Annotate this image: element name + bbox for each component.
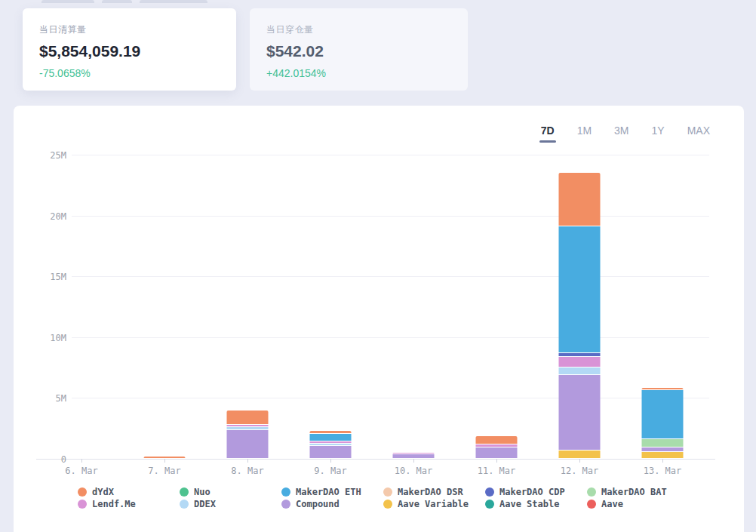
bar-segment-ddex[interactable] xyxy=(310,444,352,445)
bar-segment-compound[interactable] xyxy=(310,446,352,458)
legend-dot-icon xyxy=(180,500,189,509)
stacked-bar-11-mar[interactable] xyxy=(476,436,518,458)
x-axis-tick-mark xyxy=(413,459,414,463)
stat-value: $5,854,059.19 xyxy=(39,42,220,60)
stacked-bar-8-mar[interactable] xyxy=(227,411,269,458)
legend-item-aave-variable[interactable]: Aave Variable xyxy=(383,499,485,509)
legend-item-lendf-me[interactable]: Lendf.Me xyxy=(78,499,180,509)
bar-segment-lendf-me[interactable] xyxy=(559,357,601,367)
bar-segment-dydx[interactable] xyxy=(642,388,684,389)
bar-segment-compound[interactable] xyxy=(476,447,518,458)
gridline-10M xyxy=(72,337,709,338)
legend-label: Nuo xyxy=(194,487,211,497)
legend-label: Compound xyxy=(296,499,340,509)
stacked-bar-9-mar[interactable] xyxy=(310,431,352,458)
legend-item-makerdao-bat[interactable]: MakerDAO BAT xyxy=(587,487,689,497)
range-tab-3m[interactable]: 3M xyxy=(614,125,628,143)
gridline-20M xyxy=(72,216,709,217)
legend-dot-icon xyxy=(180,487,189,497)
legend-label: DDEX xyxy=(194,499,216,509)
bar-segment-compound[interactable] xyxy=(227,430,269,458)
legend-item-dydx[interactable]: dYdX xyxy=(78,487,180,497)
bar-segment-dydx[interactable] xyxy=(144,457,186,458)
legend-dot-icon xyxy=(281,500,290,509)
y-axis-tick-label: 0 xyxy=(17,454,66,465)
chart-legend: dYdXNuoMakerDAO ETHMakerDAO DSRMakerDAO … xyxy=(78,487,689,509)
bar-segment-lendf-me[interactable] xyxy=(310,441,352,443)
legend-label: dYdX xyxy=(92,487,114,497)
legend-item-makerdao-eth[interactable]: MakerDAO ETH xyxy=(281,487,383,497)
stat-card-shortfall: 当日穿仓量 $542.02 +442.0154% xyxy=(250,8,468,91)
bar-segment-makerdao-cdp[interactable] xyxy=(559,353,601,356)
x-axis-tick-label: 11. Mar xyxy=(478,466,516,476)
x-axis-tick-label: 9. Mar xyxy=(314,466,346,476)
clipped-page-header xyxy=(41,0,238,3)
legend-label: MakerDAO ETH xyxy=(296,487,361,497)
legend-item-nuo[interactable]: Nuo xyxy=(180,487,281,497)
legend-label: MakerDAO CDP xyxy=(499,487,565,497)
legend-dot-icon xyxy=(78,500,87,509)
legend-item-ddex[interactable]: DDEX xyxy=(180,499,281,509)
time-range-tabs: 7D1M3M1YMAX xyxy=(541,125,710,143)
stacked-bar-12-mar[interactable] xyxy=(559,173,601,458)
bar-segment-dydx[interactable] xyxy=(310,431,352,433)
x-axis-tick-label: 6. Mar xyxy=(65,466,97,476)
stat-title: 当日清算量 xyxy=(39,23,220,36)
bar-segment-aave-variable[interactable] xyxy=(642,452,684,458)
stat-change: -75.0658% xyxy=(39,67,220,79)
bar-segment-makerdao-eth[interactable] xyxy=(559,226,601,352)
y-axis-tick-label: 10M xyxy=(17,333,66,343)
bar-segment-compound[interactable] xyxy=(393,454,435,458)
x-axis-tick-label: 13. Mar xyxy=(644,466,682,476)
gridline-5M xyxy=(72,398,709,398)
legend-label: MakerDAO DSR xyxy=(398,487,463,497)
bar-segment-aave-variable[interactable] xyxy=(559,451,601,458)
legend-item-makerdao-cdp[interactable]: MakerDAO CDP xyxy=(485,487,587,497)
legend-dot-icon xyxy=(587,500,596,509)
stat-change: +442.0154% xyxy=(266,67,451,79)
bar-segment-dydx[interactable] xyxy=(476,436,518,444)
bar-segment-compound[interactable] xyxy=(642,447,684,451)
y-axis-tick-label: 20M xyxy=(17,211,66,222)
range-tab-max[interactable]: MAX xyxy=(687,125,710,143)
x-axis-tick-label: 8. Mar xyxy=(231,466,263,476)
gridline-15M xyxy=(72,276,709,277)
x-axis-tick-label: 7. Mar xyxy=(148,466,180,476)
legend-dot-icon xyxy=(485,487,494,497)
bar-segment-dydx[interactable] xyxy=(227,411,269,424)
legend-item-makerdao-dsr[interactable]: MakerDAO DSR xyxy=(383,487,485,497)
bar-segment-dydx[interactable] xyxy=(559,173,601,226)
x-axis-tick-mark xyxy=(164,459,165,463)
bar-segment-makerdao-eth[interactable] xyxy=(642,390,684,438)
range-tab-1y[interactable]: 1Y xyxy=(652,125,665,143)
bar-segment-lendf-me[interactable] xyxy=(393,453,435,454)
legend-dot-icon xyxy=(383,500,392,509)
legend-item-compound[interactable]: Compound xyxy=(281,499,383,509)
bar-segment-lendf-me[interactable] xyxy=(227,425,269,426)
legend-dot-icon xyxy=(383,487,392,497)
legend-label: MakerDAO BAT xyxy=(601,487,667,497)
legend-dot-icon xyxy=(485,500,494,509)
legend-dot-icon xyxy=(587,487,596,497)
legend-label: Aave xyxy=(601,499,623,509)
y-axis-tick-label: 5M xyxy=(17,393,66,404)
stacked-bar-10-mar[interactable] xyxy=(393,453,435,458)
x-axis-tick-label: 12. Mar xyxy=(561,466,599,476)
bar-segment-makerdao-eth[interactable] xyxy=(310,434,352,441)
legend-dot-icon xyxy=(78,487,87,497)
stacked-bar-7-mar[interactable] xyxy=(144,457,186,458)
legend-item-aave-stable[interactable]: Aave Stable xyxy=(485,499,587,509)
bar-segment-ddex[interactable] xyxy=(227,427,269,429)
legend-item-aave[interactable]: Aave xyxy=(587,499,689,509)
x-axis-tick-mark xyxy=(662,459,663,463)
bar-segment-ddex[interactable] xyxy=(559,367,601,375)
bar-segment-makerdao-bat[interactable] xyxy=(642,439,684,447)
bar-segment-compound[interactable] xyxy=(559,375,601,449)
legend-label: Aave Stable xyxy=(499,499,559,509)
stacked-bar-13-mar[interactable] xyxy=(642,388,684,458)
range-tab-1m[interactable]: 1M xyxy=(577,125,592,143)
bar-segment-lendf-me[interactable] xyxy=(476,444,518,447)
range-tab-7d[interactable]: 7D xyxy=(541,125,555,143)
stat-cards-row: 当日清算量 $5,854,059.19 -75.0658% 当日穿仓量 $542… xyxy=(23,8,468,91)
x-axis-tick-mark xyxy=(81,459,82,463)
